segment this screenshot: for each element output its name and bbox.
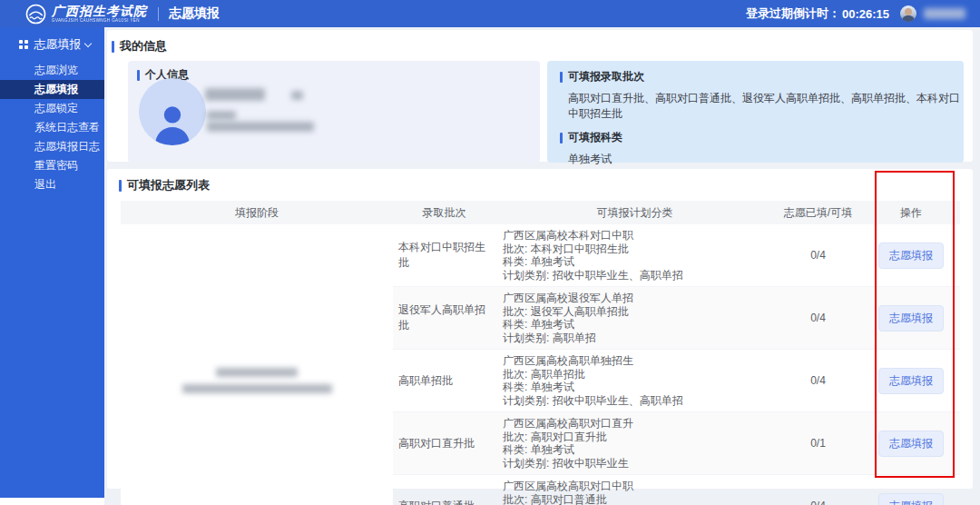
sidebar-item-volunteer-browse[interactable]: 志愿浏览 [0,61,104,80]
plan-line: 批次: 本科对口中职招生批 [503,243,770,256]
plan-line: 批次: 高职单招批 [503,368,770,381]
fill-volunteer-button[interactable]: 志愿填报 [878,431,944,457]
plan-line: 广西区属高校高职对口直升 [503,417,770,431]
plan-line: 科类: 单独考试 [503,381,770,394]
logo-subtitle: GVANGJSIH CAUHSWNGH GAUJSI YEN [52,19,147,24]
title-accent-bar [560,133,563,144]
redacted-name [205,88,265,101]
action-cell: 志愿填报 [862,412,960,475]
redacted-username[interactable] [924,8,965,19]
redacted-badge [291,91,303,100]
volunteer-list-section-title: 可填报志愿列表 [107,169,973,193]
fill-volunteer-button[interactable]: 志愿填报 [878,493,944,505]
plan-cell: 广西区属高校退役军人单招 批次: 退役军人高职单招批 科类: 单独考试 计划类别… [495,287,774,350]
page-title: 志愿填报 [169,5,220,22]
column-header-action: 操作 [862,201,960,224]
volunteer-list-card: 可填报志愿列表 填报阶段 录取批次 可填报计划分类 志愿已填/可填 操作 [107,169,973,489]
title-accent-bar [137,70,140,81]
plan-line: 科类: 单独考试 [503,255,770,269]
redacted-id-number [207,122,314,132]
fillable-info-panel: 可填报录取批次 高职对口直升批、高职对口普通批、退役军人高职单招批、高职单招批、… [547,61,964,163]
info-panels: 个人信息 可填报录取批次 [128,61,964,163]
personal-info-panel: 个人信息 [128,61,540,163]
column-header-batch: 录取批次 [393,201,495,224]
sidebar-menu: 志愿浏览 志愿填报 志愿锁定 系统日志查看 志愿填报日志 重置密码 退出 [0,61,104,194]
table-row: 本科对口中职招生批 广西区属高校本科对口中职 批次: 本科对口中职招生批 科类:… [121,224,960,287]
action-cell: 志愿填报 [862,287,960,350]
sidebar-item-volunteer-lock[interactable]: 志愿锁定 [0,99,104,118]
action-cell: 志愿填报 [862,475,960,505]
plan-line: 广西区属高校高职单独招生 [503,354,770,368]
batch-cell: 高职对口直升批 [393,412,495,475]
sidebar-item-system-log[interactable]: 系统日志查看 [0,118,104,137]
my-info-title-text: 我的信息 [120,38,167,54]
plan-cell: 广西区属高校高职对口直升 批次: 高职对口直升批 科类: 单独考试 计划类别: … [495,412,774,475]
batch-cell: 退役军人高职单招批 [393,287,495,350]
plan-line: 批次: 高职对口直升批 [503,431,770,444]
title-accent-bar [560,72,563,83]
plan-line: 批次: 高职对口普通批 [503,493,770,505]
filled-count-cell: 0/4 [774,350,862,412]
stage-cell-redacted [121,224,393,505]
title-accent-bar [112,41,114,53]
logo: 广西招生考试院 GVANGJSIH CAUHSWNGH GAUJSI YEN [25,4,147,25]
profile-avatar [139,78,206,145]
plan-cell: 广西区属高校本科对口中职 批次: 本科对口中职招生批 科类: 单独考试 计划类别… [495,224,774,287]
fillable-batches-title: 可填报录取批次 [560,69,964,84]
logo-title: 广西招生考试院 [52,5,147,17]
user-avatar[interactable] [900,5,916,22]
redacted-stage-name [216,368,298,377]
title-accent-bar [119,180,122,192]
plan-cell: 广西区属高校高职单独招生 批次: 高职单招批 科类: 单独考试 计划类别: 招收… [495,350,774,412]
sidebar-item-volunteer-fill[interactable]: 志愿填报 [0,80,104,99]
main-content: 我的信息 个人信息 [104,27,980,505]
plan-line: 计划类别: 招收中职毕业生、高职单招 [503,394,770,408]
column-header-stage: 填报阶段 [121,201,393,224]
plan-line: 科类: 单独考试 [503,443,770,457]
fill-volunteer-button[interactable]: 志愿填报 [878,305,944,332]
table-header-row: 填报阶段 录取批次 可填报计划分类 志愿已填/可填 操作 [121,201,960,224]
session-countdown-label: 登录过期倒计时： [746,5,840,22]
plan-line: 计划类别: 招收中职毕业生 [503,457,770,470]
person-icon [151,102,194,145]
volunteer-list-title-text: 可填报志愿列表 [127,177,210,193]
filled-count-cell: 0/4 [774,287,862,350]
fillable-subjects-title: 可填报科类 [560,130,964,145]
grid-icon [19,40,28,49]
column-header-plan: 可填报计划分类 [495,201,774,224]
volunteer-table: 填报阶段 录取批次 可填报计划分类 志愿已填/可填 操作 本科对口中职招生批 [121,201,960,505]
filled-count-cell: 0/1 [774,412,862,475]
plan-line: 广西区属高校高职对口中职 [503,480,770,493]
header-divider [158,7,159,21]
fillable-subjects-value: 单独考试 [568,152,964,167]
app-screen: 广西招生考试院 GVANGJSIH CAUHSWNGH GAUJSI YEN 志… [0,0,980,505]
session-countdown-value: 00:26:15 [842,7,889,21]
fill-volunteer-button[interactable]: 志愿填报 [878,368,944,394]
plan-line: 广西区属高校退役军人单招 [503,292,770,305]
fillable-subjects-title-text: 可填报科类 [568,130,622,145]
fillable-batches-title-text: 可填报录取批次 [568,69,644,84]
fill-volunteer-button[interactable]: 志愿填报 [878,243,944,269]
batch-cell: 高职对口普通批 [393,475,495,505]
sidebar-parent-volunteer-fill[interactable]: 志愿填报 [0,35,104,54]
my-info-card: 我的信息 个人信息 [107,30,973,162]
sidebar-item-logout[interactable]: 退出 [0,175,104,194]
sidebar-item-reset-password[interactable]: 重置密码 [0,156,104,175]
sidebar-item-fill-log[interactable]: 志愿填报日志 [0,137,104,156]
fillable-batches-value: 高职对口直升批、高职对口普通批、退役军人高职单招批、高职单招批、本科对口中职招生… [568,91,964,122]
plan-cell: 广西区属高校高职对口中职 批次: 高职对口普通批 科类: 单独考试 计划类别: … [495,475,774,505]
plan-line: 计划类别: 高职单招 [503,332,770,345]
logo-text: 广西招生考试院 GVANGJSIH CAUHSWNGH GAUJSI YEN [52,5,147,24]
sidebar-parent-label: 志愿填报 [34,36,82,53]
filled-count-cell: 0/4 [774,475,862,505]
filled-count-cell: 0/4 [774,224,862,287]
header-right: 登录过期倒计时： 00:26:15 [746,5,965,22]
redacted-stage-dates [182,384,332,393]
logo-emblem-icon [25,4,46,25]
top-header-bar: 广西招生考试院 GVANGJSIH CAUHSWNGH GAUJSI YEN 志… [0,0,980,27]
sidebar-nav: 志愿填报 志愿浏览 志愿填报 志愿锁定 系统日志查看 志愿填报日志 重置密码 退… [0,27,104,498]
batch-cell: 高职单招批 [393,350,495,412]
action-cell: 志愿填报 [862,350,960,412]
batch-cell: 本科对口中职招生批 [393,224,495,287]
plan-line: 批次: 退役军人高职单招批 [503,305,770,319]
